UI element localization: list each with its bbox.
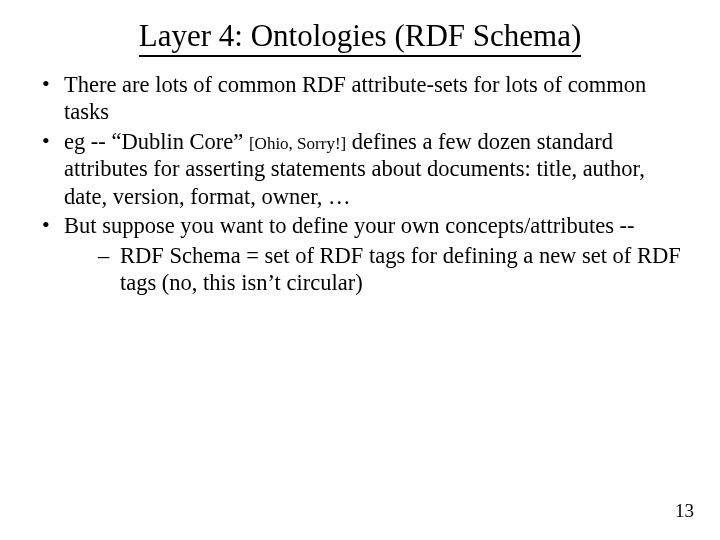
bullet-2-pre: eg -- “Dublin Core” xyxy=(64,129,249,154)
bullet-3-sub-text: RDF Schema = set of RDF tags for definin… xyxy=(120,243,681,295)
slide-title-text: Layer 4: Ontologies (RDF Schema) xyxy=(139,18,582,57)
bullet-3-sub: RDF Schema = set of RDF tags for definin… xyxy=(64,242,692,297)
bullet-2-small: [Ohio, Sorry!] xyxy=(249,134,346,153)
slide-title: Layer 4: Ontologies (RDF Schema) xyxy=(28,18,692,57)
page-number: 13 xyxy=(675,500,694,522)
slide-body: There are lots of common RDF attribute-s… xyxy=(28,71,692,297)
bullet-2: eg -- “Dublin Core” [Ohio, Sorry!] defin… xyxy=(36,128,692,210)
bullet-1: There are lots of common RDF attribute-s… xyxy=(36,71,692,126)
bullet-3-text: But suppose you want to define your own … xyxy=(64,213,635,238)
bullet-3: But suppose you want to define your own … xyxy=(36,212,692,296)
bullet-1-text: There are lots of common RDF attribute-s… xyxy=(64,72,646,124)
